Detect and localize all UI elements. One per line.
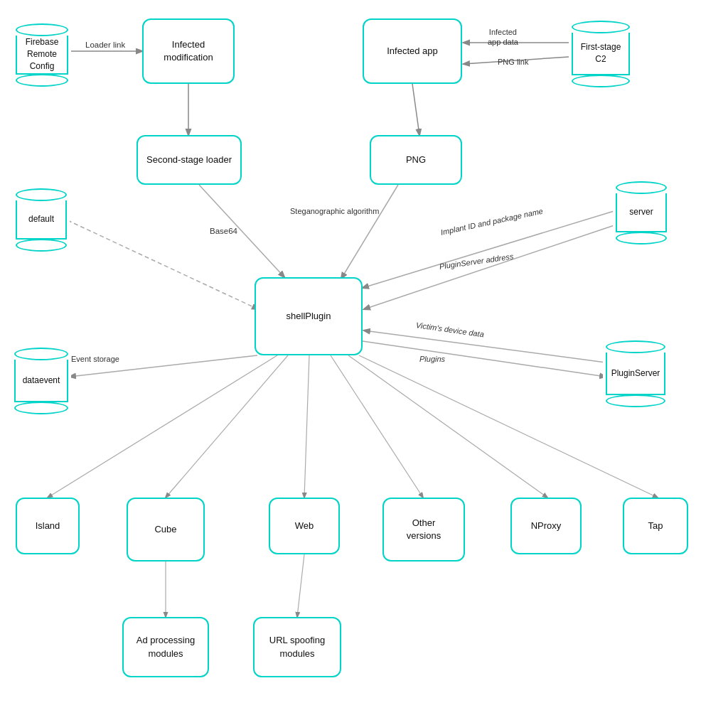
cube-label: Cube	[154, 523, 176, 536]
implant-id-label: Implant ID and package name	[440, 206, 545, 237]
nproxy-node: NProxy	[510, 498, 582, 554]
png-label: PNG	[406, 154, 426, 166]
other-versions-label: Other versions	[407, 517, 441, 542]
url-spoofing-label: URL spoofing modules	[269, 634, 325, 660]
cube-node: Cube	[127, 498, 205, 562]
svg-line-16	[331, 355, 423, 498]
svg-line-11	[363, 341, 606, 377]
event-storage-label: Event storage	[71, 354, 119, 364]
infected-app-node: Infected app	[363, 18, 462, 84]
diagram: FirebaseRemoteConfig Infected modificati…	[0, 0, 728, 720]
ad-processing-label: Ad processing modules	[136, 634, 195, 660]
shellplugin-label: shellPlugin	[287, 310, 331, 323]
svg-line-13	[48, 355, 277, 498]
web-node: Web	[269, 498, 340, 554]
first-stage-c2-node: First-stageC2	[569, 18, 633, 90]
svg-line-4	[464, 57, 569, 64]
base64-label: Base64	[210, 226, 237, 237]
svg-line-15	[304, 355, 309, 498]
png-node: PNG	[370, 135, 462, 185]
svg-line-6	[68, 220, 258, 309]
shellplugin-node: shellPlugin	[255, 277, 363, 355]
tap-label: Tap	[648, 520, 663, 532]
infected-app-label: Infected app	[387, 45, 438, 58]
svg-line-20	[297, 554, 304, 617]
url-spoofing-node: URL spoofing modules	[253, 617, 341, 677]
pluginserver-node: PluginServer	[603, 338, 668, 409]
svg-line-10	[364, 331, 606, 362]
ad-processing-node: Ad processing modules	[122, 617, 209, 677]
svg-line-14	[166, 355, 288, 498]
second-stage-label: Second-stage loader	[146, 154, 232, 166]
svg-line-7	[341, 185, 398, 279]
svg-line-5	[199, 185, 284, 277]
loader-link-label: Loader link	[85, 40, 125, 50]
infected-modification-node: Infected modification	[142, 18, 235, 84]
svg-line-2	[412, 84, 419, 135]
svg-line-12	[70, 355, 257, 377]
plugins-label: Plugins	[419, 354, 445, 364]
other-versions-node: Other versions	[382, 498, 465, 562]
firebase-node: FirebaseRemoteConfig	[13, 21, 71, 89]
infected-app-data-label: Infectedapp data	[488, 27, 518, 48]
second-stage-node: Second-stage loader	[136, 135, 242, 185]
stegano-label: Steganographic algorithm	[290, 206, 379, 216]
infected-mod-label: Infected modification	[164, 38, 213, 64]
svg-line-8	[363, 210, 619, 288]
default-node: default	[13, 186, 70, 254]
svg-line-9	[364, 224, 619, 309]
png-link-label: PNG link	[498, 57, 528, 67]
island-node: Island	[16, 498, 80, 554]
server-node: server	[613, 179, 670, 247]
victims-device-label: Victim's device data	[415, 320, 485, 340]
pluginserver-addr-label: PluginServer address	[439, 251, 514, 272]
svg-line-17	[348, 355, 547, 498]
web-label: Web	[295, 520, 314, 532]
dataevent-node: dataevent	[11, 345, 71, 417]
island-label: Island	[36, 520, 60, 532]
tap-node: Tap	[623, 498, 688, 554]
nproxy-label: NProxy	[531, 520, 562, 532]
